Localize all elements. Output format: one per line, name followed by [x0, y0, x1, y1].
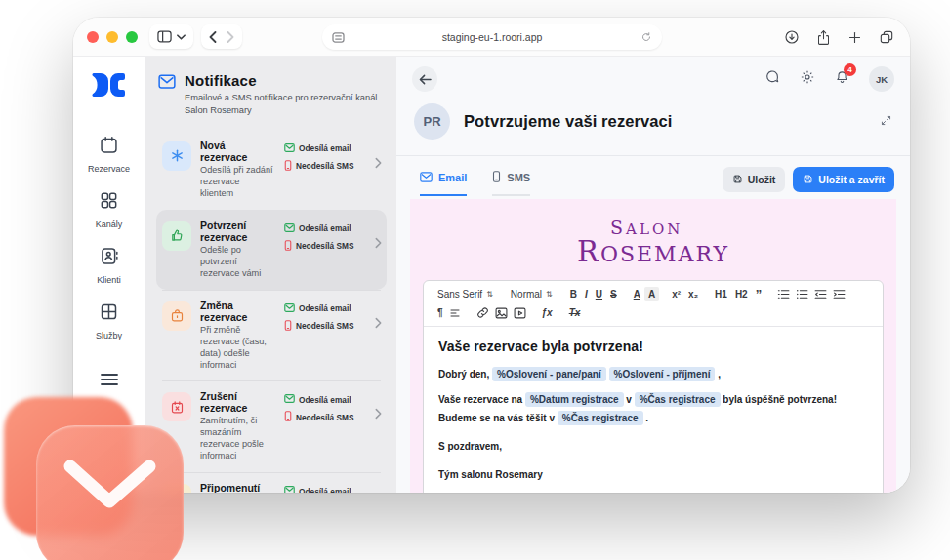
- email-heading: Vaše rezervace byla potvrzena!: [438, 339, 868, 354]
- bold-button[interactable]: B: [566, 287, 581, 301]
- forward-icon[interactable]: [227, 31, 234, 43]
- notification-title: Změna rezervace: [200, 300, 275, 323]
- phone-badge-icon: [284, 411, 292, 423]
- notification-item-zruseni-rezervace[interactable]: Zrušení rezervace Zamítnutím, či smazání…: [156, 380, 387, 472]
- sidebar-toggle[interactable]: [149, 24, 193, 49]
- heading1-button[interactable]: H1: [711, 287, 731, 301]
- email-status-badge: Odesílá email: [284, 223, 366, 234]
- bag-icon: [162, 301, 191, 331]
- address-bar[interactable]: staging-eu-1.roori.app: [322, 24, 662, 50]
- paragraph-style-select[interactable]: Normal⇅: [507, 287, 557, 301]
- underline-button[interactable]: U: [592, 287, 606, 301]
- subscript-button[interactable]: x₂: [684, 287, 702, 301]
- blockquote-button[interactable]: ”: [752, 289, 766, 300]
- text-direction-button[interactable]: ¶: [434, 305, 447, 320]
- sidebar-item-klienti[interactable]: Klienti: [97, 246, 121, 285]
- browser-window: staging-eu-1.roori.app: [73, 18, 910, 493]
- email-greeting: Dobrý den, %Oslovení - pane/paní %Oslove…: [438, 365, 868, 383]
- save-icon: [803, 174, 813, 186]
- sidebar-item-label: Služby: [96, 331, 122, 340]
- tab-sms[interactable]: SMS: [492, 171, 530, 196]
- sidebar-item-kanaly[interactable]: Kanály: [96, 190, 123, 229]
- phone-badge-icon: [284, 320, 292, 333]
- notification-item-pripomenuti-rezervace[interactable]: Připomenutí rezervace Dle nastavení odeš…: [156, 472, 387, 493]
- mail-app-icon: [36, 425, 184, 560]
- panel-title: Notifikace: [185, 72, 380, 89]
- sidebar-panel-icon: [157, 30, 172, 43]
- link-icon[interactable]: [474, 304, 492, 321]
- sidebar-item-label: Kanály: [96, 220, 123, 229]
- strikethrough-button[interactable]: S: [606, 287, 621, 301]
- chevron-down-icon: [177, 34, 186, 40]
- sidebar-item-sluzby[interactable]: Služby: [96, 301, 122, 340]
- calendar-x-icon: [162, 392, 191, 421]
- menu-icon[interactable]: [100, 373, 119, 390]
- highlight-color-button[interactable]: A: [644, 287, 659, 301]
- outdent-icon[interactable]: [811, 287, 830, 301]
- new-tab-icon[interactable]: [847, 30, 862, 45]
- chevron-right-icon: [375, 315, 383, 333]
- save-and-close-button[interactable]: Uložit a zavřít: [793, 167, 894, 192]
- ordered-list-icon[interactable]: [774, 287, 793, 301]
- clear-formatting-button[interactable]: Tx: [565, 305, 585, 320]
- notification-title: Připomenutí rezervace: [200, 482, 275, 493]
- chevron-right-icon: [375, 406, 383, 423]
- font-select[interactable]: Sans Serif⇅: [434, 287, 497, 301]
- email-badge-icon: [284, 486, 295, 493]
- tab-email[interactable]: Email: [420, 172, 467, 196]
- line-height-icon[interactable]: [447, 306, 465, 320]
- sms-tab-icon: [492, 171, 501, 184]
- video-icon[interactable]: [511, 305, 529, 321]
- notification-item-nova-rezervace[interactable]: Nová rezervace Odesílá při zadání rezerv…: [156, 130, 387, 210]
- notification-item-potvrzeni-rezervace[interactable]: Potvrzení rezervace Odešle po potvrzení …: [156, 210, 387, 290]
- gear-icon[interactable]: [800, 69, 815, 89]
- chat-icon[interactable]: [764, 69, 780, 89]
- bullet-list-icon[interactable]: [793, 287, 811, 301]
- browser-chrome: staging-eu-1.roori.app: [73, 18, 910, 57]
- url-text: staging-eu-1.roori.app: [345, 31, 640, 43]
- token-time[interactable]: %Čas registrace: [635, 392, 721, 407]
- text-color-button[interactable]: A: [630, 287, 644, 301]
- email-status-badge: Odesílá email: [284, 143, 366, 154]
- calendar-icon: [99, 135, 119, 159]
- nav-buttons: [201, 24, 242, 49]
- zoom-window-button[interactable]: [126, 31, 138, 43]
- sidebar-item-rezervace[interactable]: Rezervace: [88, 135, 130, 174]
- panel-subtitle: Emailové a SMS notifikace pro rezervační…: [185, 92, 380, 118]
- notification-item-zmena-rezervace[interactable]: Změna rezervace Při změně rezervace (čas…: [156, 290, 387, 381]
- indent-icon[interactable]: [830, 287, 848, 301]
- email-badge-icon: [284, 223, 295, 234]
- notification-desc: Při změně rezervace (času, data) odešle …: [200, 325, 275, 372]
- rich-text-editor[interactable]: Sans Serif⇅ Normal⇅ B I U S A A x² x₂: [423, 280, 884, 493]
- email-badge-icon: [284, 143, 295, 154]
- expand-icon[interactable]: [880, 113, 892, 131]
- token-surname[interactable]: %Oslovení - příjmení: [609, 367, 716, 381]
- back-icon[interactable]: [209, 31, 217, 43]
- reload-icon[interactable]: [640, 31, 652, 43]
- tab-overview-icon[interactable]: [879, 29, 894, 45]
- heading2-button[interactable]: H2: [731, 287, 752, 301]
- superscript-button[interactable]: x²: [668, 287, 684, 301]
- italic-button[interactable]: I: [581, 287, 592, 301]
- chevron-right-icon: [375, 155, 383, 173]
- reader-icon[interactable]: [332, 32, 345, 43]
- token-time-2[interactable]: %Čas registrace: [558, 411, 643, 425]
- notifications-bell[interactable]: 4: [835, 69, 849, 89]
- sidebar-item-label: Klienti: [97, 275, 121, 285]
- notification-desc: Odešle po potvrzení rezervace vámi: [200, 245, 275, 280]
- token-salutation[interactable]: %Oslovení - pane/paní: [492, 367, 606, 381]
- minimize-window-button[interactable]: [106, 31, 118, 43]
- token-date[interactable]: %Datum registrace: [525, 392, 624, 407]
- save-button[interactable]: Uložit: [723, 167, 786, 192]
- contacts-icon: [99, 246, 119, 270]
- downloads-icon[interactable]: [784, 29, 800, 45]
- share-icon[interactable]: [816, 29, 831, 46]
- formula-button[interactable]: ƒx: [538, 305, 557, 320]
- user-avatar[interactable]: JK: [869, 66, 894, 92]
- image-icon[interactable]: [492, 305, 511, 321]
- save-icon: [732, 174, 743, 186]
- back-button[interactable]: [412, 66, 437, 92]
- email-body[interactable]: Vaše rezervace byla potvrzena! Dobrý den…: [424, 327, 883, 493]
- notification-count-badge: 4: [844, 63, 856, 76]
- close-window-button[interactable]: [87, 31, 99, 43]
